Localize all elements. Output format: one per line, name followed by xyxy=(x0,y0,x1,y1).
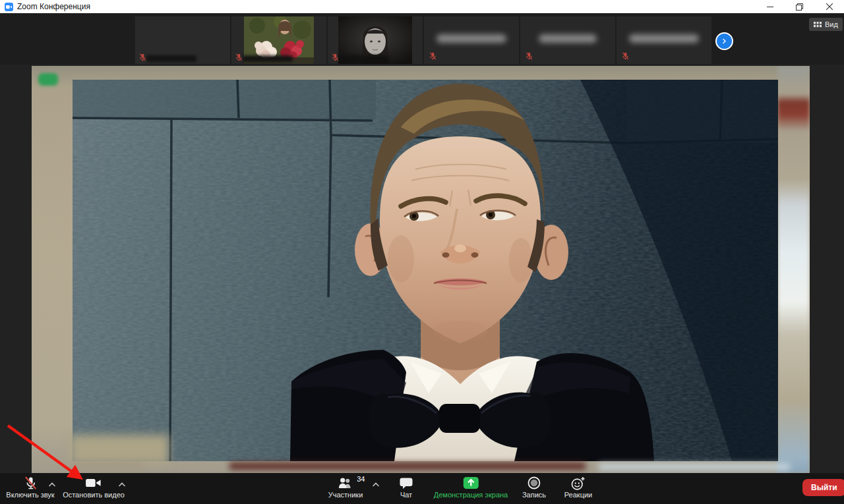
minimize-button[interactable] xyxy=(755,0,785,13)
leave-button[interactable]: Выйти xyxy=(802,479,844,496)
muted-mic-icon xyxy=(429,51,437,60)
muted-mic-icon xyxy=(139,53,146,61)
close-button[interactable] xyxy=(814,0,844,13)
participant-name-redacted xyxy=(243,55,293,62)
participant-tile[interactable] xyxy=(328,16,423,64)
muted-mic-icon xyxy=(622,51,629,60)
restore-button[interactable] xyxy=(785,0,814,13)
shared-screen xyxy=(32,66,810,473)
participant-tile[interactable] xyxy=(424,16,519,64)
window-title: Zoom Конференция xyxy=(17,0,90,13)
grid-view-icon xyxy=(814,21,822,28)
share-screen-icon xyxy=(463,476,479,490)
participant-name-redacted xyxy=(629,34,699,43)
participants-icon: 34 xyxy=(338,476,354,490)
camera-icon xyxy=(86,476,102,490)
audio-options-chevron[interactable] xyxy=(47,481,57,488)
below-photo-blur-right xyxy=(599,463,790,470)
participants-options-chevron[interactable] xyxy=(371,481,381,488)
chat-label: Чат xyxy=(400,491,412,499)
zoom-logo-icon xyxy=(5,3,13,11)
share-screen-button[interactable]: Демонстрация экрана xyxy=(434,476,508,499)
chevron-right-icon xyxy=(720,37,729,45)
muted-mic-icon xyxy=(235,53,243,61)
main-stage xyxy=(0,65,844,473)
shared-photo xyxy=(73,80,778,461)
muted-mic-icon xyxy=(526,51,533,60)
participant-tile[interactable] xyxy=(520,16,615,64)
unmute-label: Включить звук xyxy=(6,491,54,499)
shared-screen-edge-blur xyxy=(777,66,810,473)
participant-name-redacted xyxy=(437,34,506,43)
view-button[interactable]: Вид xyxy=(809,18,843,31)
participants-button[interactable]: 34 Участники xyxy=(328,476,363,499)
participant-tile[interactable] xyxy=(231,16,326,64)
chevron-up-icon xyxy=(49,482,56,487)
video-options-chevron[interactable] xyxy=(117,481,127,488)
mic-muted-icon xyxy=(23,476,38,490)
next-participants-button[interactable] xyxy=(715,32,733,50)
participant-name-redacted xyxy=(339,55,389,62)
participant-name-redacted xyxy=(146,55,196,62)
participants-count: 34 xyxy=(357,475,365,483)
stop-video-button[interactable]: Остановить видео xyxy=(63,476,125,499)
below-photo-blur-left xyxy=(70,462,142,470)
reactions-button[interactable]: Реакции xyxy=(564,476,593,499)
chat-button[interactable]: Чат xyxy=(400,476,413,499)
chevron-up-icon xyxy=(373,482,380,487)
participants-label: Участники xyxy=(328,491,363,499)
green-indicator-blob xyxy=(38,73,58,86)
participants-strip: Вид xyxy=(0,13,844,65)
stop-video-label: Остановить видео xyxy=(63,491,125,499)
record-label: Запись xyxy=(522,491,546,499)
record-button[interactable]: Запись xyxy=(522,476,546,499)
shared-screen-corner-blur xyxy=(70,435,169,464)
chat-icon xyxy=(400,476,413,490)
chevron-up-icon xyxy=(119,482,126,487)
participant-tile[interactable] xyxy=(135,16,230,64)
share-screen-label: Демонстрация экрана xyxy=(434,491,508,499)
participant-name-redacted xyxy=(539,34,597,43)
window-titlebar: Zoom Конференция xyxy=(0,0,844,13)
view-label: Вид xyxy=(825,20,838,28)
meeting-toolbar: Включить звук Остановить видео xyxy=(0,473,844,504)
muted-mic-icon xyxy=(332,53,339,61)
record-icon xyxy=(528,476,541,490)
below-photo-blur-mid xyxy=(229,462,586,470)
portrait-illustration xyxy=(73,80,778,461)
reactions-label: Реакции xyxy=(564,491,593,499)
reactions-smiley-icon xyxy=(571,476,586,490)
zoom-meeting-window: Zoom Конференция xyxy=(0,0,844,504)
participant-tile[interactable] xyxy=(617,16,711,64)
